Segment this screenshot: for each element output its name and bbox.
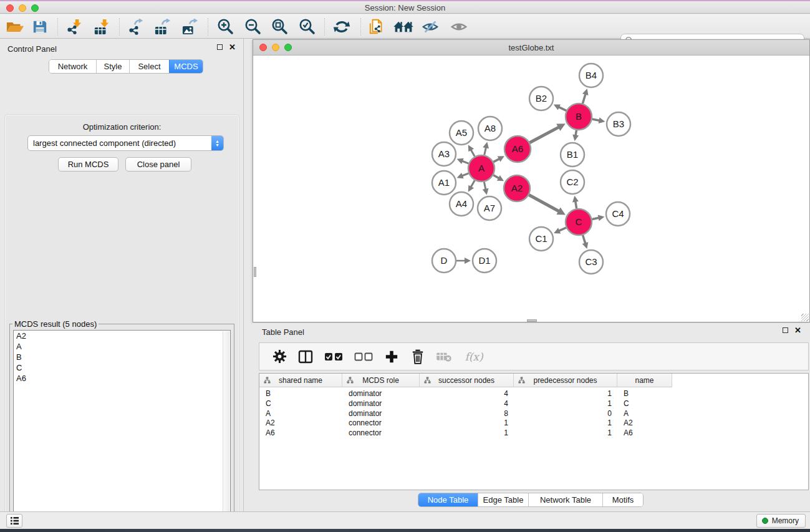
close-panel-icon[interactable]: ✕ xyxy=(229,44,236,50)
delete-icon[interactable] xyxy=(409,347,427,366)
table-row[interactable]: A2connector11A2 xyxy=(259,418,672,428)
table-cell: A2 xyxy=(259,418,342,428)
network-view-window: testGlobe.txt AA1A2A3A4A5A6A7A8BB1B2B3B4… xyxy=(253,39,810,322)
table-row[interactable]: Adominator80A xyxy=(259,409,672,418)
graph-arrowhead xyxy=(598,215,605,221)
table-cell: 4 xyxy=(420,389,514,399)
zoom-fit-icon[interactable] xyxy=(268,17,291,37)
resize-grip[interactable] xyxy=(801,314,809,321)
mcds-result-item[interactable]: B xyxy=(14,352,230,362)
tab-style[interactable]: Style xyxy=(96,60,129,73)
select-all-checkboxes-icon[interactable] xyxy=(323,347,344,366)
tab-edge-table[interactable]: Edge Table xyxy=(478,493,528,506)
tab-select[interactable]: Select xyxy=(129,60,169,73)
column-header-name[interactable]: name xyxy=(617,374,672,387)
tab-node-table[interactable]: Node Table xyxy=(418,493,478,506)
network-vscroll-nub[interactable] xyxy=(254,267,256,277)
graph-edge-A6-B[interactable] xyxy=(529,127,559,142)
table-cell: connector xyxy=(342,428,420,438)
zoom-in-icon[interactable] xyxy=(214,17,236,37)
status-bar: Memory xyxy=(0,511,810,529)
mcds-result-item[interactable]: C xyxy=(14,362,230,373)
open-file-icon[interactable] xyxy=(4,17,26,37)
mcds-result-groupbox: MCDS result (5 nodes) A2ABCA6 xyxy=(9,324,234,532)
graph-edge-B-B2[interactable] xyxy=(558,107,566,110)
table-row[interactable]: Cdominator41C xyxy=(259,399,672,409)
column-header-MCDS-role[interactable]: MCDS role xyxy=(342,374,420,387)
graph-edge-A-A5[interactable] xyxy=(471,149,475,157)
table-cell: 1 xyxy=(514,389,617,399)
table-cell: connector xyxy=(342,418,420,428)
graph-edge-C-C1[interactable] xyxy=(558,228,566,231)
column-header-shared-name[interactable]: shared name xyxy=(259,374,342,387)
task-history-button[interactable] xyxy=(6,514,22,528)
network-canvas[interactable]: AA1A2A3A4A5A6A7A8BB1B2B3B4CC1C2C3C4DD1 xyxy=(254,56,809,322)
settings-gear-icon[interactable] xyxy=(271,347,288,366)
network-window-titlebar[interactable]: testGlobe.txt xyxy=(253,40,809,56)
import-network-icon[interactable] xyxy=(63,17,85,37)
export-image-icon[interactable] xyxy=(179,17,201,37)
close-panel-button[interactable]: Close panel xyxy=(125,157,191,172)
graph-edge-A-A8[interactable] xyxy=(485,147,486,155)
criterion-dropdown[interactable]: largest connected component (directed) ▲… xyxy=(27,135,224,151)
network-hscroll-nub[interactable] xyxy=(527,319,537,322)
table-cell: 4 xyxy=(420,399,514,409)
save-session-icon[interactable] xyxy=(29,17,51,37)
table-close-panel-icon[interactable]: ✕ xyxy=(794,327,801,333)
graph-node-label: D xyxy=(441,255,448,266)
graph-edge-A2-C[interactable] xyxy=(529,195,559,212)
home-views-icon[interactable] xyxy=(392,17,415,37)
graph-node-label: B3 xyxy=(613,118,624,129)
deselect-checkboxes-icon[interactable] xyxy=(353,347,374,366)
show-panel-icon[interactable] xyxy=(448,17,470,37)
export-network-icon[interactable] xyxy=(125,17,147,37)
app-title: Session: New Session xyxy=(0,3,810,12)
tab-network-table[interactable]: Network Table xyxy=(528,493,602,506)
graph-node-label: A6 xyxy=(512,143,523,154)
graph-edge-C-C3[interactable] xyxy=(583,235,586,244)
mcds-list-scrollbar[interactable] xyxy=(223,331,229,532)
float-panel-icon[interactable] xyxy=(217,44,223,50)
hide-panel-icon[interactable] xyxy=(419,17,441,37)
mcds-result-list[interactable]: A2ABCA6 xyxy=(13,330,231,532)
table-row[interactable]: A6connector11A6 xyxy=(259,428,672,438)
graph-edge-A-A4[interactable] xyxy=(471,180,475,188)
graph-node-label: A8 xyxy=(485,123,496,133)
node-table[interactable]: shared nameMCDS rolesuccessor nodesprede… xyxy=(259,373,809,490)
table-row[interactable]: Bdominator41B xyxy=(259,389,672,399)
column-header-successor-nodes[interactable]: successor nodes xyxy=(420,374,514,387)
control-panel-tabs: NetworkStyleSelectMCDS xyxy=(49,59,203,74)
import-table-icon[interactable] xyxy=(90,17,113,37)
tab-motifs[interactable]: Motifs xyxy=(602,493,643,506)
zoom-selected-icon[interactable] xyxy=(296,17,318,37)
mcds-result-item[interactable]: A6 xyxy=(14,373,230,384)
column-header-predecessor-nodes[interactable]: predecessor nodes xyxy=(514,374,617,387)
graph-node-label: A3 xyxy=(438,148,450,159)
memory-button[interactable]: Memory xyxy=(756,514,806,528)
table-float-panel-icon[interactable] xyxy=(783,327,788,333)
delete-table-icon[interactable] xyxy=(435,347,453,366)
graph-node-label: A4 xyxy=(456,198,467,209)
graph-arrowhead xyxy=(582,89,589,95)
network-graph[interactable]: AA1A2A3A4A5A6A7A8BB1B2B3B4CC1C2C3C4DD1 xyxy=(254,56,809,322)
run-mcds-button[interactable]: Run MCDS xyxy=(58,157,118,172)
graph-arrowhead xyxy=(582,242,589,249)
refresh-icon[interactable] xyxy=(330,17,353,37)
table-panel-title: Table Panel xyxy=(262,327,304,337)
table-panel: Table Panel ✕ f(x) shared nameMCDS xyxy=(253,323,810,511)
graph-node-label: C xyxy=(576,216,582,227)
columns-icon[interactable] xyxy=(297,347,314,366)
node-table-header: shared nameMCDS rolesuccessor nodesprede… xyxy=(259,374,672,387)
mcds-result-item[interactable]: A xyxy=(14,341,230,352)
mcds-result-item[interactable]: A2 xyxy=(14,331,230,341)
tab-mcds[interactable]: MCDS xyxy=(169,60,203,73)
table-cell: 8 xyxy=(420,409,514,418)
new-network-icon[interactable] xyxy=(366,17,388,37)
tab-network[interactable]: Network xyxy=(49,60,96,73)
graph-edge-B-B4[interactable] xyxy=(582,94,586,104)
add-icon[interactable] xyxy=(383,347,400,366)
export-table-icon[interactable] xyxy=(152,17,174,37)
zoom-out-icon[interactable] xyxy=(241,17,264,37)
function-builder-icon[interactable]: f(x) xyxy=(461,347,486,366)
table-cell: dominator xyxy=(342,409,420,418)
